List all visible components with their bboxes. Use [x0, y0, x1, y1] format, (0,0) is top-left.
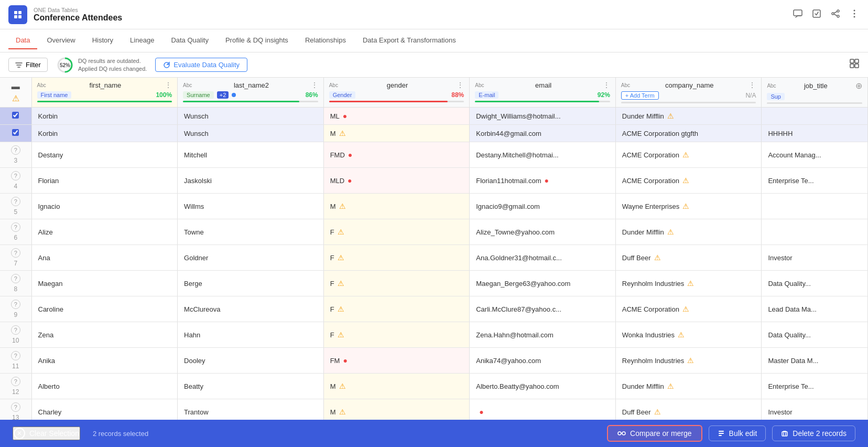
- add-col-icon[interactable]: ⊕: [855, 81, 862, 91]
- company-value: Duff Beer: [622, 408, 651, 416]
- term-badge-surname[interactable]: Surname: [183, 91, 214, 99]
- cell-company: ACME Corporation⚠: [615, 168, 762, 194]
- row-checkbox[interactable]: [12, 129, 19, 136]
- dq-outdated-text: DQ results are outdated. Applied DQ rule…: [78, 57, 147, 72]
- more-icon[interactable]: [849, 8, 860, 21]
- tab-history[interactable]: History: [85, 32, 121, 49]
- tab-data-quality[interactable]: Data Quality: [164, 32, 216, 49]
- compare-merge-button[interactable]: Compare or merge: [607, 425, 702, 442]
- warning-triangle-icon: ⚠: [12, 93, 19, 103]
- tab-overview[interactable]: Overview: [39, 32, 82, 49]
- warn-icon: ⚠: [339, 129, 346, 137]
- dq-bar-fill-last-name: [183, 101, 299, 102]
- tab-profile-dq[interactable]: Profile & DQ insights: [218, 32, 296, 49]
- app-icon: [8, 5, 27, 24]
- term-badge-email[interactable]: E-mail: [475, 91, 498, 99]
- row-num-cell: ?3: [0, 142, 31, 168]
- data-table: ▬ ⚠ Abc first_name ⋮ First name: [0, 78, 868, 420]
- svg-rect-23: [719, 433, 724, 434]
- col-menu-gender[interactable]: ⋮: [457, 81, 464, 89]
- row-info-icon[interactable]: ?: [11, 197, 20, 206]
- selection-col-header: ▬ ⚠: [0, 78, 31, 108]
- clear-selection-button[interactable]: ✕ Clear Selection: [13, 427, 80, 440]
- term-badge-first-name[interactable]: First name: [37, 91, 72, 99]
- col-header-first-name: Abc first_name ⋮ First name 100%: [31, 78, 178, 108]
- column-header-row: ▬ ⚠ Abc first_name ⋮ First name: [0, 78, 868, 108]
- company-warn-icon: ⚠: [678, 331, 685, 339]
- share-icon[interactable]: [830, 8, 841, 21]
- svg-rect-19: [855, 64, 859, 68]
- row-num-cell: ?8: [0, 271, 31, 296]
- add-term-button[interactable]: + Add Term: [621, 91, 659, 100]
- tabs-bar: Data Overview History Lineage Data Quali…: [0, 29, 868, 52]
- row-num-cell: ?13: [0, 399, 31, 420]
- collapse-rows-icon[interactable]: ▬: [12, 82, 20, 91]
- email-value: Korbin44@gmail.com: [476, 130, 541, 137]
- cell-gender: FMD●: [323, 142, 470, 168]
- delete-button[interactable]: Delete 2 records: [772, 425, 855, 441]
- cell-company: Duff Beer⚠: [615, 245, 762, 271]
- dq-indicator: 52% DQ results are outdated. Applied DQ …: [56, 56, 147, 74]
- row-checkbox[interactable]: [12, 112, 19, 119]
- row-info-icon[interactable]: ?: [11, 351, 20, 360]
- error-icon: ●: [343, 112, 347, 120]
- row-info-icon[interactable]: ?: [11, 171, 20, 180]
- cell-company: ACME Corporation⚠: [615, 142, 762, 168]
- term-extra-badge[interactable]: +2: [217, 91, 229, 99]
- col-menu-first-name[interactable]: ⋮: [165, 81, 172, 89]
- cell-gender: M⚠: [323, 399, 470, 420]
- evaluate-button[interactable]: Evaluate Data Quality: [155, 58, 247, 72]
- cell-company: ACME Corporation⚠: [615, 296, 762, 322]
- email-error-icon: ●: [479, 408, 483, 416]
- svg-point-7: [832, 13, 834, 15]
- row-info-icon[interactable]: ?: [11, 222, 20, 232]
- col-header-last-name: Abc last_name2 ⋮ Surname +2 86%: [178, 78, 324, 108]
- cell-email: Zena.Hahn@hotmail.com: [470, 322, 616, 348]
- comment-icon[interactable]: [793, 8, 803, 21]
- cell-company: Dunder Mifflin⚠: [615, 108, 762, 125]
- cell-last-name: Berge: [178, 271, 324, 296]
- cell-extra: [762, 108, 868, 125]
- row-info-icon[interactable]: ?: [11, 248, 20, 258]
- cell-last-name: Jaskolski: [178, 168, 324, 194]
- cell-company: ACME Corporation gtgfth: [615, 125, 762, 142]
- tab-relationships[interactable]: Relationships: [298, 32, 353, 49]
- table-row: ?11AnikaDooleyFM●Anika74@yahoo.comReynho…: [0, 348, 868, 374]
- row-info-icon[interactable]: ?: [11, 145, 20, 155]
- col-menu-company[interactable]: ⋮: [748, 81, 756, 89]
- cell-gender: F⚠: [323, 245, 470, 271]
- row-info-icon[interactable]: ?: [11, 300, 20, 309]
- company-warn-icon: ⚠: [682, 202, 689, 210]
- tab-export[interactable]: Data Export & Transformations: [355, 32, 463, 49]
- row-number: 6: [2, 234, 29, 241]
- col-type-first-name: Abc: [37, 82, 46, 88]
- checkbox-icon[interactable]: [811, 8, 822, 21]
- cell-extra: Data Quality...: [762, 322, 868, 348]
- warn-icon: ⚠: [338, 305, 344, 313]
- col-menu-last-name[interactable]: ⋮: [311, 81, 318, 89]
- term-badge-gender[interactable]: Gender: [329, 91, 356, 99]
- dq-pct-last-name: 86%: [306, 91, 318, 99]
- cell-last-name: McClureova: [178, 296, 324, 322]
- cell-gender: F⚠: [323, 219, 470, 245]
- cell-extra: Investor: [762, 245, 868, 271]
- row-number: 13: [2, 414, 29, 420]
- filter-button[interactable]: Filter: [8, 58, 48, 72]
- cell-company: Wonka Industries⚠: [615, 322, 762, 348]
- row-info-icon[interactable]: ?: [11, 274, 20, 283]
- col-menu-email[interactable]: ⋮: [603, 81, 610, 89]
- tab-data[interactable]: Data: [8, 32, 37, 49]
- clear-icon: ✕: [14, 428, 25, 439]
- row-number: 10: [2, 337, 29, 344]
- cell-gender: M⚠: [323, 374, 470, 399]
- term-badge-extra[interactable]: Sup: [767, 93, 785, 100]
- grid-settings-icon[interactable]: [849, 60, 860, 71]
- tab-lineage[interactable]: Lineage: [123, 32, 161, 49]
- col-type-company: Abc: [621, 82, 630, 88]
- svg-rect-0: [14, 11, 17, 14]
- error-icon: ●: [343, 356, 347, 365]
- row-info-icon[interactable]: ?: [11, 402, 20, 412]
- row-info-icon[interactable]: ?: [11, 325, 20, 335]
- row-info-icon[interactable]: ?: [11, 377, 20, 386]
- bulk-edit-button[interactable]: Bulk edit: [709, 425, 766, 441]
